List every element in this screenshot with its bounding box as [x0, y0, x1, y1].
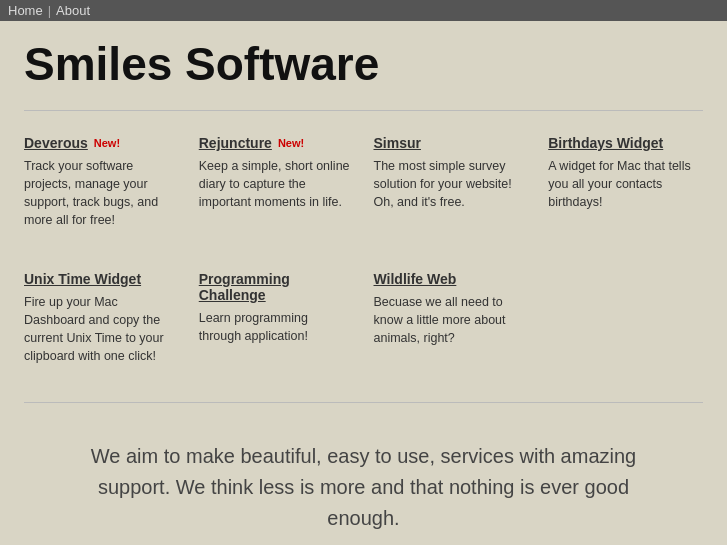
product-title-row: Wildlife Web	[374, 271, 529, 287]
product-title[interactable]: Wildlife Web	[374, 271, 457, 287]
product-title[interactable]: Birthdays Widget	[548, 135, 663, 151]
nav-separator: |	[48, 3, 51, 18]
product-desc: Fire up your Mac Dashboard and copy the …	[24, 293, 179, 366]
new-badge: New!	[94, 137, 120, 149]
divider-bottom	[24, 402, 703, 403]
product-cell: Unix Time WidgetFire up your Mac Dashboa…	[24, 265, 179, 372]
product-cell: RejunctureNew!Keep a simple, short onlin…	[199, 129, 354, 236]
product-title-row: Programming Challenge	[199, 271, 354, 303]
divider-top	[24, 110, 703, 111]
product-desc: Keep a simple, short online diary to cap…	[199, 157, 354, 211]
product-cell: DeverousNew!Track your software projects…	[24, 129, 179, 236]
product-desc: A widget for Mac that tells you all your…	[548, 157, 703, 211]
product-cell: Wildlife WebBecuase we all need to know …	[374, 265, 529, 372]
product-title[interactable]: Unix Time Widget	[24, 271, 141, 287]
product-title[interactable]: Deverous	[24, 135, 88, 151]
new-badge: New!	[278, 137, 304, 149]
product-title[interactable]: Simsur	[374, 135, 421, 151]
product-desc: Learn programming through application!	[199, 309, 354, 345]
product-desc: Becuase we all need to know a little mor…	[374, 293, 529, 347]
product-title-row: RejunctureNew!	[199, 135, 354, 151]
product-title-row: DeverousNew!	[24, 135, 179, 151]
product-desc: Track your software projects, manage you…	[24, 157, 179, 230]
product-cell: Birthdays WidgetA widget for Mac that te…	[548, 129, 703, 236]
nav-bar: Home | About	[0, 0, 727, 21]
site-title: Smiles Software	[24, 39, 703, 90]
product-title[interactable]: Programming Challenge	[199, 271, 354, 303]
product-cell: Programming ChallengeLearn programming t…	[199, 265, 354, 372]
nav-home-link[interactable]: Home	[8, 3, 43, 18]
product-cell: SimsurThe most simple survey solution fo…	[374, 129, 529, 236]
product-title-row: Unix Time Widget	[24, 271, 179, 287]
tagline-text: We aim to make beautiful, easy to use, s…	[84, 441, 643, 534]
products-grid-row2: Unix Time WidgetFire up your Mac Dashboa…	[24, 265, 703, 372]
product-desc: The most simple survey solution for your…	[374, 157, 529, 211]
main-content: Smiles Software DeverousNew!Track your s…	[0, 21, 727, 545]
product-title-row: Simsur	[374, 135, 529, 151]
product-cell	[548, 265, 703, 372]
nav-about-link[interactable]: About	[56, 3, 90, 18]
products-grid-row1: DeverousNew!Track your software projects…	[24, 129, 703, 236]
tagline-section: We aim to make beautiful, easy to use, s…	[24, 421, 703, 545]
product-title-row: Birthdays Widget	[548, 135, 703, 151]
product-title[interactable]: Rejuncture	[199, 135, 272, 151]
